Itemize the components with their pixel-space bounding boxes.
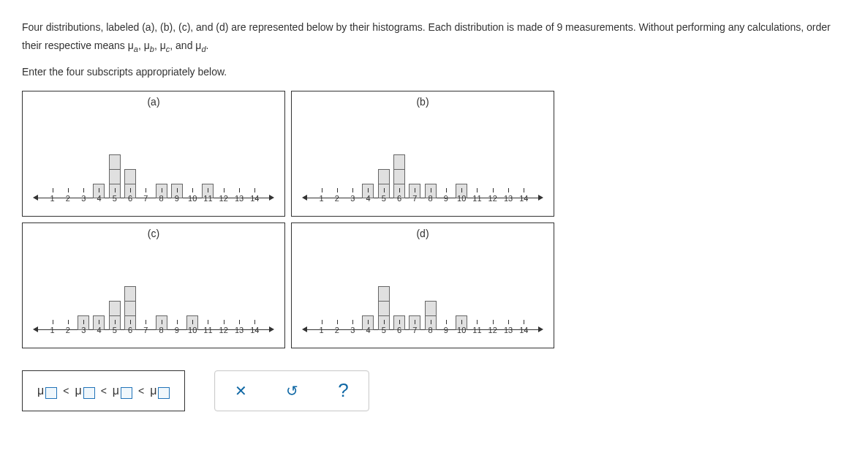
mu-b: μb [144, 40, 154, 51]
tick-label: 12 [485, 194, 500, 203]
mu-c: μc [160, 40, 170, 51]
lt-1: < [63, 385, 69, 397]
tick-label: 7 [407, 326, 423, 334]
tick-label: 11 [469, 194, 485, 203]
instructions: Four distributions, labeled (a), (b), (c… [22, 18, 846, 57]
chart-panel-d: (d) 1234567891011121314 [291, 222, 554, 348]
tick-label: 9 [169, 194, 184, 203]
clear-button[interactable]: ✕ [230, 382, 252, 400]
tick-label: 4 [361, 326, 376, 334]
chart-panel-b: (b) 1234567891011121314 [291, 91, 554, 217]
tick-label: 7 [138, 194, 154, 203]
tick-label: 13 [231, 326, 246, 334]
tick-label: 3 [345, 194, 361, 203]
answer-row: μ < μ < μ < μ ✕ ↺ ? [22, 370, 846, 411]
tick-label: 6 [122, 326, 137, 334]
help-button[interactable]: ? [332, 379, 354, 402]
tick-label: 8 [423, 194, 438, 203]
mu-d: μd [195, 40, 205, 51]
tick-label: 12 [216, 194, 231, 203]
tick-label: 6 [122, 194, 137, 203]
mu-input-4[interactable]: μ [150, 384, 170, 397]
mu-input-2[interactable]: μ [75, 384, 94, 397]
tick-label: 11 [200, 194, 216, 203]
chart-label-d: (d) [292, 228, 554, 239]
tick-label: 13 [500, 194, 516, 203]
tick-label: 7 [138, 326, 154, 334]
tick-label: 1 [314, 326, 329, 334]
chart-label-a: (a) [23, 96, 284, 108]
reset-button[interactable]: ↺ [281, 382, 303, 400]
tick-label: 1 [45, 326, 60, 334]
mu-input-3[interactable]: μ [113, 384, 132, 397]
tick-label: 5 [107, 194, 122, 203]
tick-label: 14 [516, 326, 532, 334]
tick-label: 2 [60, 194, 75, 203]
tick-label: 9 [169, 326, 184, 334]
tick-label: 6 [391, 326, 407, 334]
tick-label: 7 [407, 194, 423, 203]
tick-label: 3 [345, 326, 361, 334]
tick-label: 5 [107, 326, 122, 334]
tick-label: 9 [438, 194, 453, 203]
tick-label: 9 [438, 326, 453, 334]
chart-label-c: (c) [23, 228, 284, 239]
tick-label: 2 [60, 326, 75, 334]
tick-label: 13 [231, 194, 246, 203]
mu-input-1[interactable]: μ [37, 384, 57, 397]
tick-label: 2 [329, 326, 344, 334]
tick-label: 4 [91, 194, 107, 203]
tick-label: 12 [485, 326, 500, 334]
tick-label: 5 [376, 326, 391, 334]
tick-label: 12 [216, 326, 231, 334]
tick-label: 14 [247, 326, 263, 334]
tick-label: 13 [500, 326, 516, 334]
tick-label: 10 [454, 326, 469, 334]
mu-a: μa [128, 40, 138, 51]
tick-label: 3 [76, 326, 91, 334]
tick-label: 10 [185, 194, 200, 203]
tick-label: 14 [516, 194, 532, 203]
prompt-line: Enter the four subscripts appropriately … [22, 66, 846, 78]
chart-grid: (a) 1234567891011121314 (b) 123456789101… [22, 91, 846, 348]
tick-label: 3 [76, 194, 91, 203]
control-box: ✕ ↺ ? [214, 370, 369, 411]
tick-label: 10 [185, 326, 200, 334]
tick-label: 6 [391, 194, 407, 203]
tick-label: 8 [154, 194, 169, 203]
lt-2: < [101, 385, 107, 397]
tick-label: 14 [247, 194, 263, 203]
tick-label: 5 [376, 194, 391, 203]
chart-panel-a: (a) 1234567891011121314 [22, 91, 285, 217]
lt-3: < [138, 385, 144, 397]
tick-label: 10 [454, 194, 469, 203]
tick-label: 1 [314, 194, 329, 203]
tick-label: 2 [329, 194, 344, 203]
tick-label: 11 [469, 326, 485, 334]
tick-label: 4 [91, 326, 107, 334]
tick-label: 8 [154, 326, 169, 334]
tick-label: 11 [200, 326, 216, 334]
tick-label: 4 [361, 194, 376, 203]
tick-label: 1 [45, 194, 60, 203]
tick-label: 8 [423, 326, 438, 334]
answer-box: μ < μ < μ < μ [22, 370, 185, 411]
chart-panel-c: (c) 1234567891011121314 [22, 222, 285, 348]
chart-label-b: (b) [292, 96, 554, 108]
